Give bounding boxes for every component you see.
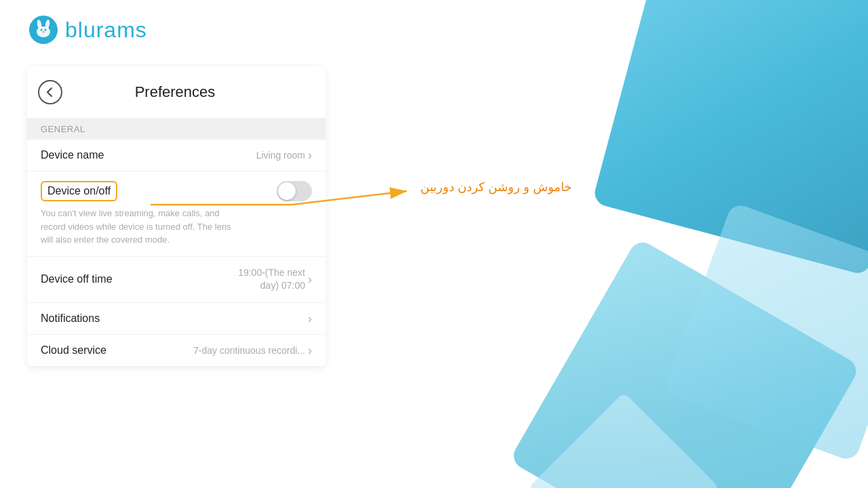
device-onoff-toggle[interactable] [277,181,312,201]
cloud-service-row[interactable]: Cloud service 7-day continuous recordi..… [27,335,326,367]
cloud-service-label: Cloud service [41,344,193,357]
device-off-time-row[interactable]: Device off time 19:00-(The next day) 07:… [27,257,326,303]
device-onoff-label: Device on/off [47,185,111,197]
content-area: blurams Preferences GENERAL Device name … [0,0,868,380]
toggle-knob [278,182,296,200]
device-name-row[interactable]: Device name Living room › [27,140,326,171]
preferences-title: Preferences [73,83,277,101]
device-onoff-box: Device on/off [41,181,117,201]
notifications-row[interactable]: Notifications › [27,303,326,335]
device-name-value: Living room [256,150,305,161]
svg-point-4 [41,29,43,31]
svg-point-6 [42,31,45,33]
device-onoff-toggle-container [277,181,312,201]
preferences-header: Preferences [27,66,326,119]
device-off-time-chevron: › [308,273,312,285]
device-name-chevron: › [308,149,312,161]
logo-text: blurams [65,18,147,43]
logo: blurams [27,14,841,46]
notifications-chevron: › [308,312,312,325]
svg-point-5 [45,29,47,31]
cloud-service-value: 7-day continuous recordi... [193,345,305,356]
device-onoff-row[interactable]: Device on/off You can't view live stream… [27,171,326,257]
device-off-time-label: Device off time [41,273,238,285]
general-section-header: GENERAL [27,119,326,140]
blurams-logo-icon [27,14,60,46]
device-off-time-value: 19:00-(The next day) 07:00 [238,266,305,293]
notifications-label: Notifications [41,312,308,325]
back-button[interactable] [38,80,62,104]
cloud-service-chevron: › [308,344,312,357]
preferences-panel: Preferences GENERAL Device name Living r… [27,66,326,367]
device-onoff-box-wrapper: Device on/off You can't view live stream… [41,181,312,247]
device-onoff-description: You can't view live streaming, make call… [41,207,237,247]
device-name-label: Device name [41,149,256,161]
